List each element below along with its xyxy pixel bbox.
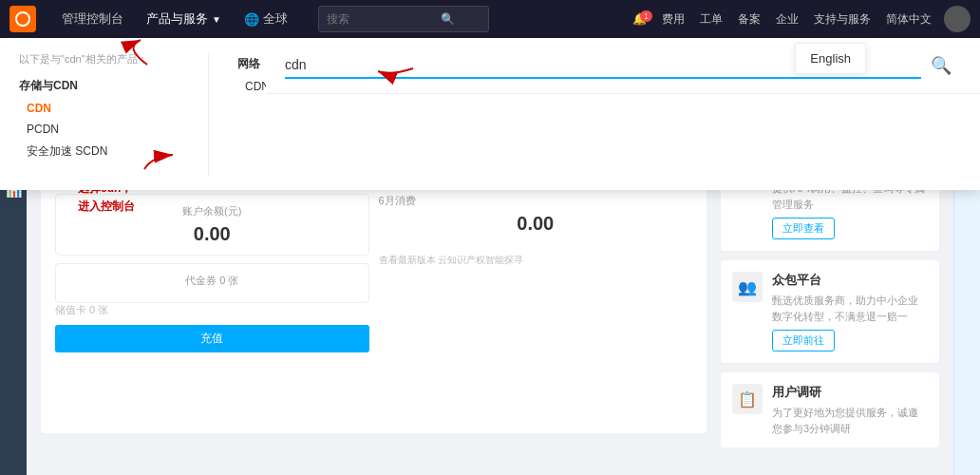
balance-value: 0.00 xyxy=(66,223,359,245)
api-console-btn[interactable]: 立即查看 xyxy=(772,218,835,239)
nav-avatar[interactable] xyxy=(944,6,971,32)
survey-content: 用户调研 为了更好地为您提供服务，诚邀您参与3分钟调研 xyxy=(772,384,928,436)
globe-icon: 🌐 xyxy=(244,12,259,27)
nav-search-area: 🔍 xyxy=(318,6,606,32)
nav-fees[interactable]: 费用 xyxy=(654,11,692,28)
dropdown-left-category: 存储与CDN xyxy=(19,74,189,98)
recent-consuming-section: 近期消费 6月消费 0.00 查看最新版本 云知识产权智能探寻 xyxy=(379,162,693,352)
crowdsource-card: 👥 众包平台 甄选优质服务商，助力中小企业数字化转型，不满意退一赔一 立即前往 xyxy=(721,260,939,363)
crowdsource-desc: 甄选优质服务商，助力中小企业数字化转型，不满意退一赔一 xyxy=(772,293,928,324)
nav-bell[interactable]: 🔔 1 xyxy=(625,12,654,26)
dropdown-left-section: 以下是与"cdn"相关的产品： 存储与CDN CDN PCDN 安全加速 SCD… xyxy=(19,52,209,176)
lang-english-option[interactable]: English xyxy=(795,43,866,74)
crowdsource-title: 众包平台 xyxy=(772,272,928,289)
search-icon: 🔍 xyxy=(441,12,455,26)
account-overview-section: 账户概览 账户余额(元) 0.00 代金券 0 张 储值卡 0 张 充值 xyxy=(55,162,369,352)
nav-bar: 管理控制台 产品与服务 ▼ 🌐 全球 🔍 🔔 1 费用 工单 备案 企业 支持与… xyxy=(0,0,980,38)
balance-label: 账户余额(元) xyxy=(66,204,359,218)
recharge-button[interactable]: 充值 xyxy=(55,325,369,352)
crowdsource-btn[interactable]: 立即前往 xyxy=(772,330,835,352)
nav-language[interactable]: 简体中文 xyxy=(878,11,939,28)
voucher-label: 代金券 0 张 xyxy=(66,274,359,288)
balance-card: 账户余额(元) 0.00 xyxy=(55,194,369,256)
survey-card: 📋 用户调研 为了更好地为您提供服务，诚邀您参与3分钟调研 xyxy=(721,372,939,447)
nav-support[interactable]: 支持与服务 xyxy=(806,11,878,28)
nav-management-console[interactable]: 管理控制台 xyxy=(50,0,135,38)
nav-ticket[interactable]: 工单 xyxy=(692,11,730,28)
logo-icon xyxy=(15,11,30,27)
dropdown-section-label: 以下是与"cdn"相关的产品： xyxy=(19,52,189,66)
nav-products-services[interactable]: 产品与服务 ▼ xyxy=(135,0,233,38)
crowdsource-icon: 👥 xyxy=(732,272,763,302)
two-sections: 账户概览 账户余额(元) 0.00 代金券 0 张 储值卡 0 张 充值 xyxy=(55,162,692,352)
consuming-sub-text: 查看最新版本 云知识产权智能探寻 xyxy=(379,254,693,267)
june-label: 6月消费 xyxy=(379,194,693,208)
nav-globe[interactable]: 🌐 全球 xyxy=(233,10,299,28)
crowdsource-content: 众包平台 甄选优质服务商，助力中小企业数字化转型，不满意退一赔一 立即前往 xyxy=(772,272,928,352)
survey-desc: 为了更好地为您提供服务，诚邀您参与3分钟调研 xyxy=(772,405,928,436)
nav-search-box: 🔍 xyxy=(318,6,489,32)
bell-badge: 1 xyxy=(640,10,652,22)
dropdown-scdn[interactable]: 安全加速 SCDN xyxy=(19,140,189,163)
june-value: 0.00 xyxy=(379,213,693,235)
dashboard-left-panel: 账户概览 账户余额(元) 0.00 代金券 0 张 储值卡 0 张 充值 xyxy=(41,148,707,433)
search-button[interactable]: 🔍 xyxy=(921,55,961,76)
dropdown-cdn[interactable]: CDN xyxy=(19,98,189,119)
survey-title: 用户调研 xyxy=(772,384,928,401)
nav-icp[interactable]: 备案 xyxy=(730,11,768,28)
dropdown-pcdn[interactable]: PCDN xyxy=(19,119,189,140)
storage-label: 储值卡 0 张 xyxy=(55,303,369,317)
nav-logo[interactable] xyxy=(9,6,36,32)
nav-search-input[interactable] xyxy=(327,12,441,26)
voucher-card: 代金券 0 张 xyxy=(55,263,369,303)
nav-enterprise[interactable]: 企业 xyxy=(768,11,806,28)
dashboard-right-panel: ⚡ API控制台 提供API调用、监控、查询等专属管理服务 立即查看 👥 众包平… xyxy=(721,148,939,433)
search-bar-container: 🔍 xyxy=(266,38,980,94)
products-dropdown-arrow: ▼ xyxy=(212,14,221,25)
survey-icon: 📋 xyxy=(732,384,763,414)
